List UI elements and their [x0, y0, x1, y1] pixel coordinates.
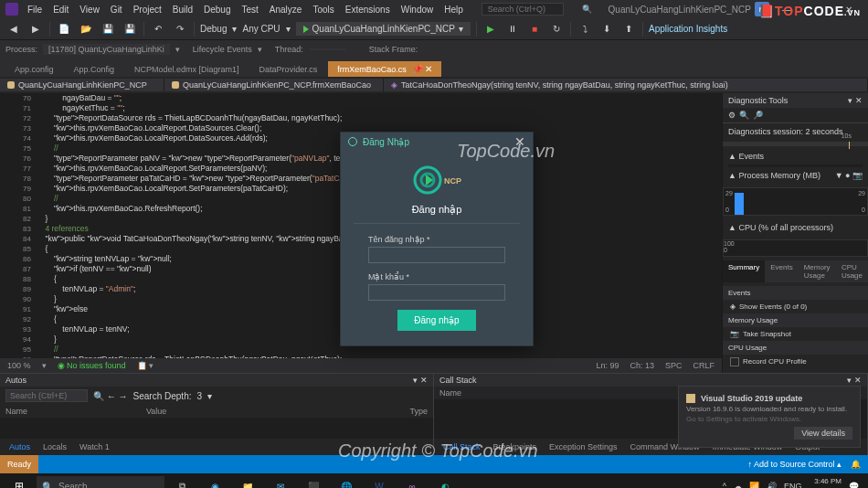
- diag-zoom-in-icon[interactable]: 🔍: [739, 111, 749, 120]
- record-cpu-button[interactable]: Record CPU Profile: [723, 355, 868, 369]
- undo-icon[interactable]: ↶: [150, 21, 166, 37]
- menu-test[interactable]: Test: [236, 3, 263, 16]
- user-avatar[interactable]: M: [755, 2, 769, 16]
- project-crumb[interactable]: QuanLyCuaHangLinhKienPC_NCP: [0, 79, 164, 91]
- panel-tab[interactable]: Locals: [37, 440, 72, 453]
- tray-lang-icon[interactable]: ENG: [784, 482, 802, 488]
- word-icon[interactable]: W: [364, 475, 395, 488]
- chrome-icon[interactable]: 🌐: [331, 475, 362, 488]
- doc-tab[interactable]: App.config: [5, 62, 63, 77]
- panel-menu-icon[interactable]: ▾ ✕: [413, 376, 428, 385]
- tray-volume-icon[interactable]: 🔊: [767, 482, 777, 488]
- step-out-icon[interactable]: ⬆: [620, 21, 637, 37]
- panel-tab[interactable]: Breakpoints: [488, 440, 543, 453]
- doc-tab[interactable]: NCPModel.edmx [Diagram1]: [125, 62, 249, 77]
- step-over-icon[interactable]: ⤵: [577, 21, 593, 37]
- search-depth-value[interactable]: 3: [197, 391, 203, 401]
- save-all-icon[interactable]: 💾: [122, 21, 138, 37]
- diag-tab-events[interactable]: Events: [765, 260, 798, 282]
- diag-tab-cpu-usage[interactable]: CPU Usage: [836, 260, 868, 282]
- doc-tab[interactable]: DataProvider.cs: [250, 62, 327, 77]
- stop-icon[interactable]: ■: [526, 21, 543, 37]
- col-value[interactable]: Value: [146, 407, 287, 416]
- autos-search-input[interactable]: [5, 389, 88, 402]
- doc-tab[interactable]: frmXemBaoCao.cs 📌 ✕: [328, 61, 441, 77]
- cpu-header[interactable]: ▲ CPU (% of all processors): [723, 219, 868, 236]
- menu-tools[interactable]: Tools: [307, 3, 339, 16]
- menu-edit[interactable]: Edit: [48, 3, 74, 16]
- menu-build[interactable]: Build: [167, 3, 198, 16]
- restart-icon[interactable]: ↻: [548, 21, 565, 37]
- explorer-icon[interactable]: 📁: [232, 475, 263, 488]
- notification-bell-icon[interactable]: 🔔: [851, 460, 861, 469]
- start-debug-button[interactable]: QuanLyCuaHangLinhKienPC_NCP ▾: [296, 22, 471, 36]
- pause-icon[interactable]: ⏸: [504, 21, 521, 37]
- platform-dropdown[interactable]: Any CPU: [242, 24, 280, 34]
- issues-indicator[interactable]: ◉ No issues found: [58, 361, 126, 370]
- tray-cloud-icon[interactable]: ☁: [734, 482, 742, 488]
- menu-file[interactable]: File: [22, 3, 48, 16]
- tray-chevron-icon[interactable]: ^: [723, 482, 726, 488]
- edge-icon[interactable]: ◉: [199, 475, 230, 488]
- menu-analyze[interactable]: Analyze: [264, 3, 308, 16]
- menu-window[interactable]: Window: [396, 3, 439, 16]
- app-icon[interactable]: ◐: [429, 475, 460, 488]
- diag-select-tools-icon[interactable]: ⚙: [728, 111, 736, 120]
- open-icon[interactable]: 📂: [78, 21, 94, 37]
- menu-view[interactable]: View: [74, 3, 105, 16]
- show-events-link[interactable]: ◈ Show Events (0 of 0): [723, 300, 868, 313]
- class-crumb[interactable]: QuanLyCuaHangLinhKienPC_NCP.frmXemBaoCao: [164, 79, 384, 91]
- take-snapshot-button[interactable]: 📷 Take Snapshot: [723, 327, 868, 341]
- login-submit-button[interactable]: Đăng nhập: [397, 310, 475, 331]
- panel-tab[interactable]: Exception Settings: [544, 440, 623, 453]
- quick-search-input[interactable]: [482, 3, 564, 16]
- thread-dropdown[interactable]: [309, 48, 345, 50]
- menu-git[interactable]: Git: [105, 3, 128, 16]
- events-header[interactable]: ▲ Events: [723, 148, 868, 164]
- save-icon[interactable]: 💾: [100, 21, 116, 37]
- redo-icon[interactable]: ↷: [172, 21, 188, 37]
- memory-graph[interactable]: 29 29 0 0: [723, 187, 868, 216]
- close-button[interactable]: ✕: [835, 0, 863, 18]
- panel-tab[interactable]: Autos: [4, 440, 36, 453]
- vscode-icon[interactable]: ⬛: [298, 475, 329, 488]
- diag-timeline[interactable]: 10s: [723, 142, 868, 146]
- process-dropdown[interactable]: [11780] QuanLyCuaHangLinhKi: [43, 44, 170, 55]
- taskbar-search[interactable]: 🔍 Search: [37, 476, 164, 488]
- col-name[interactable]: Name: [5, 407, 146, 416]
- new-icon[interactable]: 📄: [56, 21, 72, 37]
- menu-help[interactable]: Help: [439, 3, 469, 16]
- step-into-icon[interactable]: ⬇: [598, 21, 615, 37]
- taskbar-clock[interactable]: 3:46 PM 5/18/2021: [809, 477, 842, 488]
- continue-icon[interactable]: ▶: [482, 21, 499, 37]
- diag-zoom-out-icon[interactable]: 🔎: [753, 111, 763, 120]
- doc-tab[interactable]: App.Config: [65, 62, 124, 77]
- cpu-graph[interactable]: 100 0: [723, 239, 868, 257]
- panel-tab[interactable]: Call Stack: [438, 440, 486, 453]
- col-type[interactable]: Type: [287, 407, 428, 416]
- start-button[interactable]: ⊞: [4, 475, 35, 488]
- memory-header[interactable]: ▲ Process Memory (MB) ▼ ● 📷: [723, 167, 868, 184]
- zoom-level[interactable]: 100 %: [7, 361, 31, 370]
- tray-wifi-icon[interactable]: 📶: [749, 482, 759, 488]
- view-details-button[interactable]: View details: [794, 427, 852, 440]
- menu-extensions[interactable]: Extensions: [340, 3, 396, 16]
- app-insights-button[interactable]: Application Insights: [649, 24, 727, 34]
- nav-fwd-icon[interactable]: ▶: [27, 21, 44, 37]
- diag-tab-memory-usage[interactable]: Memory Usage: [799, 260, 836, 282]
- menu-project[interactable]: Project: [128, 3, 167, 16]
- method-crumb[interactable]: ◈TatCaHoaDonTheoNgay(string tenNV, strin…: [384, 79, 868, 91]
- panel-tab[interactable]: Watch 1: [74, 440, 115, 453]
- menu-debug[interactable]: Debug: [198, 3, 236, 16]
- tab-close-icon[interactable]: 📌 ✕: [412, 64, 433, 74]
- minimize-button[interactable]: —: [773, 0, 800, 18]
- username-input[interactable]: [368, 247, 505, 263]
- vs-taskbar-icon[interactable]: ∞: [397, 475, 428, 488]
- maximize-button[interactable]: ▢: [804, 0, 831, 18]
- password-input[interactable]: [368, 284, 505, 301]
- login-close-button[interactable]: ✕: [514, 134, 525, 149]
- nav-back-icon[interactable]: ◀: [5, 21, 22, 37]
- mail-icon[interactable]: ✉: [265, 475, 296, 488]
- notification-center-icon[interactable]: 💬: [849, 482, 859, 488]
- add-source-control-button[interactable]: ↑ Add to Source Control ▴: [747, 460, 842, 469]
